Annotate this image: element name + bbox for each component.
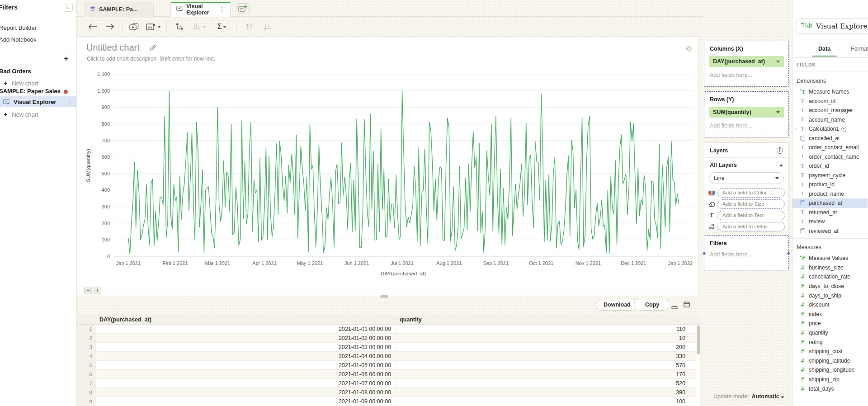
measure-shipping-longitude[interactable]: #shipping_longitude bbox=[793, 365, 868, 375]
add-field-to-color[interactable]: Add a field to Color bbox=[717, 188, 785, 198]
table-row[interactable]: 82021-01-08 00:00:00390 bbox=[77, 388, 696, 397]
download-button[interactable]: Download bbox=[596, 299, 638, 311]
measure-shipping-latitude[interactable]: #shipping_latitude bbox=[793, 356, 868, 366]
tab-sample-paper-sales[interactable]: SAMPLE: Pa... bbox=[84, 2, 154, 17]
result-table[interactable]: DAY(purchased_at) quantity 12021-01-01 0… bbox=[77, 315, 700, 406]
columns-pill-day-purchased-at[interactable]: DAY(purchased_at) bbox=[709, 56, 784, 67]
collapse-view-icon[interactable] bbox=[671, 303, 678, 311]
dimension-order-contact-name[interactable]: Torder_contact_name bbox=[793, 152, 868, 162]
add-field-to-text[interactable]: Add a field to Text bbox=[717, 211, 785, 220]
filters-drop-placeholder[interactable]: Add fields here... bbox=[710, 251, 783, 258]
remove-chart-icon[interactable] bbox=[144, 20, 163, 33]
measure-values-icon: ❝# bbox=[799, 255, 806, 261]
sidebar-section-bad-orders[interactable]: Bad Orders bbox=[0, 68, 31, 75]
rows-drop-placeholder[interactable]: Add fields here... bbox=[710, 123, 783, 129]
zoom-out-button[interactable]: − bbox=[84, 287, 92, 294]
dimension-account-manager[interactable]: Taccount_manager bbox=[793, 106, 868, 115]
measure-shipping-cost[interactable]: #shipping_cost bbox=[793, 347, 868, 356]
measure-shipping-zip[interactable]: #shipping_zip bbox=[793, 375, 868, 384]
drop-indicator bbox=[703, 252, 706, 255]
tab-format[interactable]: Format bbox=[851, 46, 868, 52]
table-row[interactable]: 42021-01-04 00:00:00330 bbox=[77, 352, 696, 361]
totals-icon[interactable] bbox=[190, 20, 209, 33]
dimension-order-contact-email[interactable]: Torder_contact_email bbox=[793, 143, 868, 152]
mark-type-select[interactable]: Line bbox=[709, 172, 784, 184]
dimension-payment-cycle[interactable]: Tpayment_cycle bbox=[793, 171, 868, 180]
measure-quantity[interactable]: #quantity bbox=[793, 328, 868, 338]
measure-cancellation-rate[interactable]: =#cancellation_rate bbox=[793, 272, 868, 282]
dimension-measure-names[interactable]: ❝TMeasure Names bbox=[793, 87, 868, 97]
table-row[interactable]: 32021-01-03 00:00:00200 bbox=[77, 343, 696, 352]
number-field-icon: # bbox=[799, 348, 806, 354]
cell-date: 2021-01-09 00:00:00 bbox=[96, 397, 396, 406]
table-row[interactable]: 72021-01-07 00:00:00520 bbox=[77, 379, 696, 388]
sidebar-link-add-notebook[interactable]: Add Notebook bbox=[0, 36, 36, 43]
aggregate-sigma-icon[interactable]: Σ bbox=[212, 20, 231, 33]
dimension-product-name[interactable]: Tproduct_name bbox=[793, 189, 868, 199]
table-row[interactable]: 62021-01-06 00:00:00170 bbox=[77, 370, 696, 379]
measure-rating[interactable]: #rating bbox=[793, 337, 868, 347]
chevron-up-icon[interactable] bbox=[779, 164, 783, 166]
measure-price[interactable]: #price bbox=[793, 319, 868, 328]
measure-discount[interactable]: #discount bbox=[793, 300, 868, 310]
dimension-returned-at[interactable]: Treturned_at bbox=[793, 208, 868, 217]
add-field-to-size[interactable]: Add a field to Size bbox=[717, 199, 785, 209]
column-header-quantity[interactable]: quantity bbox=[400, 316, 422, 323]
dimension-purchased-at[interactable]: purchased_at bbox=[793, 198, 868, 208]
measure-days-to-close[interactable]: #days_to_close bbox=[793, 282, 868, 291]
sort-descending-icon[interactable] bbox=[260, 20, 274, 33]
info-icon[interactable]: i bbox=[777, 147, 783, 154]
sidebar-item-visual-explorer[interactable]: Visual Explorer ⋮ bbox=[0, 96, 76, 107]
measure-total-days[interactable]: =#total_days bbox=[793, 384, 868, 393]
tab-data[interactable]: Data bbox=[818, 46, 830, 52]
dimension-product-id[interactable]: Tproduct_id bbox=[793, 180, 868, 189]
copy-button[interactable]: Copy bbox=[634, 299, 670, 311]
kebab-icon[interactable]: ⋮ bbox=[67, 99, 73, 105]
dimension-reviewed-at[interactable]: reviewed_at bbox=[793, 227, 868, 236]
back-arrow-icon[interactable] bbox=[86, 20, 99, 33]
zoom-in-button[interactable]: + bbox=[94, 287, 101, 294]
dimension-account-id[interactable]: Taccount_id bbox=[793, 97, 868, 106]
table-scrollbar[interactable] bbox=[697, 326, 700, 354]
measure-business-size[interactable]: #business_size bbox=[793, 263, 868, 273]
table-row[interactable]: 12021-01-01 00:00:00110 bbox=[77, 325, 696, 334]
new-tab-button[interactable] bbox=[236, 3, 250, 14]
forward-arrow-icon[interactable] bbox=[103, 20, 117, 33]
table-row[interactable]: 92021-01-09 00:00:00100 bbox=[77, 397, 696, 406]
table-row[interactable]: 52021-01-05 00:00:00570 bbox=[77, 361, 696, 370]
dimension-calculation1[interactable]: =TCalculation1 bbox=[793, 124, 868, 134]
rows-pill-sum-quantity[interactable]: SUM(quantity) bbox=[709, 107, 784, 118]
table-row[interactable]: 22021-01-02 00:00:0010 bbox=[77, 334, 696, 343]
measure-measure-values[interactable]: ❝#Measure Values bbox=[793, 254, 868, 263]
tab-visual-explorer[interactable]: Visual Explorer ⋮ bbox=[170, 2, 231, 17]
update-mode-control[interactable]: Update mode:Automatic bbox=[713, 393, 784, 400]
expand-view-icon[interactable] bbox=[684, 301, 690, 309]
dimension-cancelled-at[interactable]: cancelled_at bbox=[793, 134, 868, 143]
sidebar-item-new-chart-2[interactable]: + New chart bbox=[0, 109, 76, 120]
line-chart[interactable]: 01002003004005006007008009001,0001,100Ja… bbox=[77, 37, 698, 296]
divider bbox=[122, 20, 123, 33]
sidebar-item-new-chart[interactable]: + New chart bbox=[0, 78, 76, 89]
add-report-button[interactable]: + bbox=[64, 55, 68, 62]
row-number: 3 bbox=[77, 343, 96, 351]
column-header-day[interactable]: DAY(purchased_at) bbox=[99, 316, 151, 323]
row-number: 9 bbox=[77, 397, 96, 406]
duplicate-chart-icon[interactable] bbox=[127, 20, 141, 33]
add-field-to-detail[interactable]: Add a field to Detail bbox=[717, 222, 785, 231]
panel-resize-handle[interactable] bbox=[380, 295, 388, 298]
dimension-account-name[interactable]: Taccount_name bbox=[793, 115, 868, 125]
dimension-review[interactable]: Treview bbox=[793, 217, 868, 227]
chevron-down-icon[interactable] bbox=[776, 111, 780, 113]
panel-collapse-icon[interactable]: ‹ bbox=[64, 4, 73, 12]
measure-index[interactable]: #index bbox=[793, 310, 868, 319]
kebab-icon[interactable]: ⋮ bbox=[219, 6, 225, 13]
sidebar-section-paper-sales[interactable]: SAMPLE: Paper Sales bbox=[0, 88, 69, 95]
row-number: 2 bbox=[77, 334, 96, 342]
chevron-down-icon[interactable] bbox=[776, 61, 780, 63]
columns-drop-placeholder[interactable]: Add fields here... bbox=[710, 72, 783, 78]
sort-ascending-icon[interactable] bbox=[242, 20, 256, 33]
measure-days-to-ship[interactable]: #days_to_ship bbox=[793, 291, 868, 300]
swap-axes-icon[interactable] bbox=[173, 20, 186, 33]
dimension-order-id[interactable]: Torder_id bbox=[793, 161, 868, 171]
sidebar-link-report-builder[interactable]: Report Builder bbox=[0, 24, 37, 31]
